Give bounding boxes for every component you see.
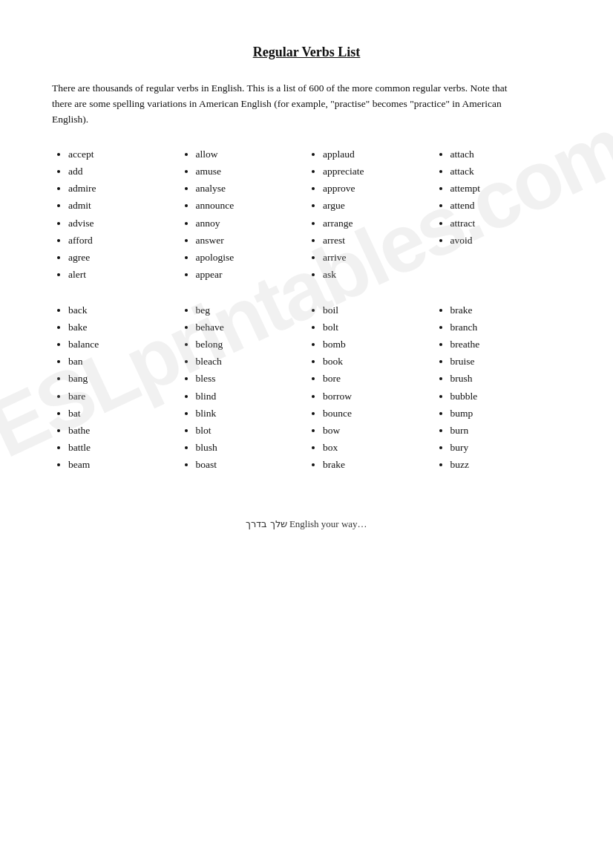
col-a-3: applaud appreciate approve argue arrange… bbox=[306, 146, 434, 284]
page: ESLprintables.com Regular Verbs List The… bbox=[0, 0, 613, 575]
list-item: blink bbox=[196, 405, 300, 422]
list-item: allow bbox=[196, 146, 300, 163]
list-item: attempt bbox=[450, 180, 554, 197]
list-item: bomb bbox=[323, 336, 427, 353]
list-item: annoy bbox=[196, 215, 300, 232]
list-item: bruise bbox=[450, 353, 554, 370]
list-item: bow bbox=[323, 422, 427, 439]
list-item: appear bbox=[196, 266, 300, 283]
list-item: bounce bbox=[323, 405, 427, 422]
section-break bbox=[52, 284, 561, 301]
list-item: apologise bbox=[196, 249, 300, 266]
list-item: approve bbox=[323, 180, 427, 197]
page-title: Regular Verbs List bbox=[52, 45, 561, 60]
list-item: beam bbox=[68, 456, 172, 473]
list-item: book bbox=[323, 353, 427, 370]
list-item: bare bbox=[68, 388, 172, 405]
list-item: alert bbox=[68, 266, 172, 283]
col-b-2: beg behave belong bleach bless blind bli… bbox=[180, 301, 307, 474]
list-item: breathe bbox=[450, 336, 554, 353]
section-b: back bake balance ban bang bare bat bath… bbox=[52, 301, 561, 474]
list-item: answer bbox=[196, 232, 300, 249]
col-a-2: allow amuse analyse announce annoy answe… bbox=[180, 146, 307, 284]
list-item: brake bbox=[450, 301, 554, 319]
list-item: burn bbox=[450, 422, 554, 439]
list-item: borrow bbox=[323, 388, 427, 405]
list-item: bubble bbox=[450, 388, 554, 405]
list-item: bathe bbox=[68, 422, 172, 439]
list-item: attack bbox=[450, 163, 554, 180]
list-item: bump bbox=[450, 405, 554, 422]
list-item: avoid bbox=[450, 232, 554, 249]
list-item: battle bbox=[68, 439, 172, 456]
list-item: analyse bbox=[196, 180, 300, 197]
list-item: advise bbox=[68, 215, 172, 232]
list-item: accept bbox=[68, 146, 172, 163]
list-item: box bbox=[323, 439, 427, 456]
list-item: bore bbox=[323, 370, 427, 387]
list-item: admire bbox=[68, 180, 172, 197]
list-item: attach bbox=[450, 146, 554, 163]
list-item: bang bbox=[68, 370, 172, 387]
list-item: bat bbox=[68, 405, 172, 422]
list-item: attend bbox=[450, 197, 554, 214]
section-a: accept add admire admit advise afford ag… bbox=[52, 146, 561, 284]
list-item: admit bbox=[68, 197, 172, 214]
col-b-1: back bake balance ban bang bare bat bath… bbox=[52, 301, 180, 474]
list-item: bless bbox=[196, 370, 300, 387]
col-b-3: boil bolt bomb book bore borrow bounce b… bbox=[306, 301, 434, 474]
list-item: blot bbox=[196, 422, 300, 439]
list-item: boil bbox=[323, 301, 427, 319]
list-item: arrest bbox=[323, 232, 427, 249]
list-item: brush bbox=[450, 370, 554, 387]
list-item: bleach bbox=[196, 353, 300, 370]
intro-text: There are thousands of regular verbs in … bbox=[52, 81, 512, 128]
list-item: applaud bbox=[323, 146, 427, 163]
list-item: branch bbox=[450, 319, 554, 336]
list-item: bake bbox=[68, 319, 172, 336]
list-item: boast bbox=[196, 456, 300, 473]
list-item: blush bbox=[196, 439, 300, 456]
list-item: add bbox=[68, 163, 172, 180]
list-item: arrive bbox=[323, 249, 427, 266]
list-item: afford bbox=[68, 232, 172, 249]
col-b-4: brake branch breathe bruise brush bubble… bbox=[434, 301, 562, 474]
footer-text: שלך בדרך English your way… bbox=[52, 518, 561, 530]
list-item: announce bbox=[196, 197, 300, 214]
list-item: bolt bbox=[323, 319, 427, 336]
col-a-1: accept add admire admit advise afford ag… bbox=[52, 146, 180, 284]
list-item: balance bbox=[68, 336, 172, 353]
list-item: ban bbox=[68, 353, 172, 370]
list-item: bury bbox=[450, 439, 554, 456]
list-item: beg bbox=[196, 301, 300, 319]
list-item: argue bbox=[323, 197, 427, 214]
list-item: ask bbox=[323, 266, 427, 283]
list-item: behave bbox=[196, 319, 300, 336]
col-a-4: attach attack attempt attend attract avo… bbox=[434, 146, 562, 284]
list-item: back bbox=[68, 301, 172, 319]
list-item: brake bbox=[323, 456, 427, 473]
list-item: blind bbox=[196, 388, 300, 405]
list-item: belong bbox=[196, 336, 300, 353]
list-item: amuse bbox=[196, 163, 300, 180]
list-item: arrange bbox=[323, 215, 427, 232]
list-item: appreciate bbox=[323, 163, 427, 180]
list-item: buzz bbox=[450, 456, 554, 473]
list-item: attract bbox=[450, 215, 554, 232]
list-item: agree bbox=[68, 249, 172, 266]
